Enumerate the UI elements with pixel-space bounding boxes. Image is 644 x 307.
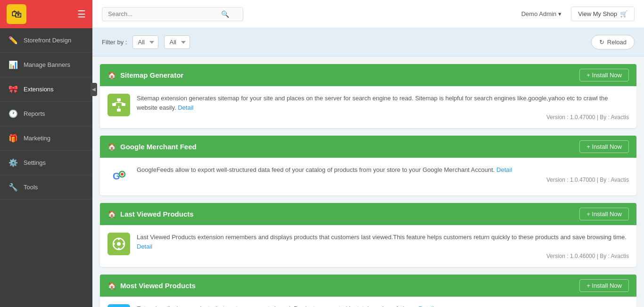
ext-info-most-viewed: Extension displays products that custome…	[137, 304, 629, 307]
sidebar-label-storefront: Storefront Design	[24, 37, 71, 44]
admin-dropdown[interactable]: Demo Admin ▾	[521, 10, 561, 17]
detail-link-last-viewed[interactable]: Detail	[137, 243, 152, 250]
reload-button[interactable]: ↻ Reload	[591, 35, 635, 49]
ext-header-last-viewed: 🏠 Last Viewed Products + Install Now	[100, 203, 636, 225]
reload-icon: ↻	[599, 39, 604, 46]
search-icon: 🔍	[221, 10, 229, 18]
sidebar-label-tools: Tools	[24, 184, 38, 191]
ext-icon-last-viewed	[107, 233, 130, 255]
sidebar-item-settings[interactable]: ⚙️ Settings	[0, 151, 92, 175]
svg-line-6	[119, 102, 124, 103]
ext-meta-google-merchant: Version : 1.0.47000 | By : Avactis	[137, 177, 629, 183]
ext-title-sitemap: 🏠 Sitemap Generator	[107, 71, 183, 80]
ext-desc-last-viewed: Last Viewed Products extension remembers…	[137, 233, 629, 251]
home-icon-most-viewed: 🏠	[107, 282, 116, 290]
reload-label: Reload	[607, 39, 627, 46]
sidebar-item-extensions[interactable]: 🎀 Extensions ◀	[0, 77, 92, 102]
ext-icon-google-merchant: G	[107, 165, 130, 188]
ext-title-text-sitemap: Sitemap Generator	[120, 71, 183, 79]
svg-rect-3	[117, 109, 121, 112]
hamburger-menu[interactable]: ☰	[77, 8, 86, 20]
svg-point-11	[121, 173, 124, 176]
header: 🔍 Demo Admin ▾ View My Shop 🛒	[92, 0, 644, 28]
settings-icon: ⚙️	[8, 158, 18, 167]
extensions-icon: 🎀	[8, 85, 18, 94]
ext-desc-most-viewed: Extension displays products that custome…	[137, 304, 629, 307]
search-bar[interactable]: 🔍	[102, 7, 243, 21]
sidebar-label-marketing: Marketing	[24, 135, 50, 142]
ext-body-last-viewed: Last Viewed Products extension remembers…	[100, 225, 636, 267]
filter-select-2[interactable]: All	[164, 35, 190, 49]
ext-meta-last-viewed: Version : 1.0.46000 | By : Avactis	[137, 253, 629, 259]
ext-info-last-viewed: Last Viewed Products extension remembers…	[137, 233, 629, 259]
ext-body-sitemap: Sitemap extension generates sitemap for …	[100, 86, 636, 128]
sidebar-item-banners[interactable]: 📊 Manage Banners	[0, 53, 92, 77]
collapse-arrow: ◀	[91, 83, 97, 96]
ext-header-most-viewed: 🏠 Most Viewed Products + Install Now	[100, 275, 636, 297]
ext-info-sitemap: Sitemap extension generates sitemap for …	[137, 94, 629, 121]
admin-label: Demo Admin	[521, 10, 556, 17]
chevron-down-icon: ▾	[558, 10, 561, 17]
svg-line-5	[114, 102, 119, 103]
ext-body-most-viewed: Extension displays products that custome…	[100, 297, 636, 307]
ext-info-google-merchant: GoogleFeeds allow to export well-structu…	[137, 165, 629, 183]
main-area: 🔍 Demo Admin ▾ View My Shop 🛒 Filter by …	[92, 0, 644, 307]
header-right: Demo Admin ▾ View My Shop 🛒	[521, 7, 635, 21]
ext-title-text-google-merchant: Google Merchant Feed	[120, 143, 197, 151]
ext-title-last-viewed: 🏠 Last Viewed Products	[107, 210, 194, 218]
sidebar-label-reports: Reports	[24, 110, 45, 117]
svg-point-14	[118, 238, 120, 240]
logo-symbol: 🛍	[11, 8, 22, 20]
view-shop-button[interactable]: View My Shop 🛒	[571, 7, 635, 21]
sidebar-item-tools[interactable]: 🔧 Tools	[0, 175, 92, 200]
sidebar-item-marketing[interactable]: 🎁 Marketing	[0, 126, 92, 151]
storefront-icon: ✏️	[8, 36, 18, 45]
ext-header-sitemap: 🏠 Sitemap Generator + Install Now	[100, 64, 636, 86]
ext-header-google-merchant: 🏠 Google Merchant Feed + Install Now	[100, 136, 636, 158]
extension-card-sitemap: 🏠 Sitemap Generator + Install Now Sitema…	[100, 64, 636, 128]
sidebar: 🛍 ☰ ✏️ Storefront Design 📊 Manage Banner…	[0, 0, 92, 307]
reports-icon: 🕐	[8, 109, 18, 118]
install-button-sitemap[interactable]: + Install Now	[579, 69, 629, 81]
extensions-list: 🏠 Sitemap Generator + Install Now Sitema…	[92, 57, 644, 307]
extension-card-google-merchant: 🏠 Google Merchant Feed + Install Now G G…	[100, 136, 636, 195]
sidebar-item-storefront[interactable]: ✏️ Storefront Design	[0, 28, 92, 53]
svg-point-17	[123, 243, 124, 245]
svg-rect-0	[117, 98, 121, 101]
home-icon-sitemap: 🏠	[107, 71, 116, 80]
ext-icon-most-viewed	[107, 304, 130, 307]
cart-icon: 🛒	[620, 10, 627, 17]
content-area: Filter by : All All ↻ Reload 🏠 Sitemap G…	[92, 28, 644, 307]
sidebar-item-reports[interactable]: 🕐 Reports	[0, 102, 92, 126]
ext-desc-google-merchant: GoogleFeeds allow to export well-structu…	[137, 165, 629, 175]
install-button-most-viewed[interactable]: + Install Now	[579, 279, 629, 292]
svg-rect-1	[112, 103, 116, 106]
banners-icon: 📊	[8, 60, 18, 69]
ext-title-text-last-viewed: Last Viewed Products	[120, 210, 194, 218]
sidebar-label-settings: Settings	[24, 159, 46, 166]
logo-icon[interactable]: 🛍	[7, 4, 26, 24]
ext-title-text-most-viewed: Most Viewed Products	[120, 282, 196, 290]
detail-link-google-merchant[interactable]: Detail	[496, 166, 512, 173]
ext-meta-sitemap: Version : 1.0.47000 | By : Avactis	[137, 114, 629, 121]
svg-rect-2	[122, 103, 125, 106]
search-input[interactable]	[108, 10, 221, 17]
svg-point-16	[113, 243, 115, 245]
ext-title-google-merchant: 🏠 Google Merchant Feed	[107, 143, 197, 151]
sidebar-label-extensions: Extensions	[24, 86, 54, 93]
ext-body-google-merchant: G GoogleFeeds allow to export well-struc…	[100, 158, 636, 195]
install-button-google-merchant[interactable]: + Install Now	[579, 140, 629, 153]
home-icon-google-merchant: 🏠	[107, 143, 116, 151]
install-button-last-viewed[interactable]: + Install Now	[579, 208, 629, 220]
ext-desc-sitemap: Sitemap extension generates sitemap for …	[137, 94, 629, 112]
filter-select-1[interactable]: All	[132, 35, 158, 49]
svg-text:G: G	[113, 171, 120, 181]
tools-icon: 🔧	[8, 183, 18, 192]
sidebar-nav: ✏️ Storefront Design 📊 Manage Banners 🎀 …	[0, 28, 92, 307]
detail-link-sitemap[interactable]: Detail	[178, 104, 193, 111]
ext-icon-sitemap	[107, 94, 130, 116]
detail-link-most-viewed[interactable]: Detail	[419, 305, 434, 307]
sidebar-logo: 🛍 ☰	[0, 0, 92, 28]
filter-label: Filter by :	[102, 39, 127, 46]
sidebar-label-banners: Manage Banners	[24, 61, 70, 68]
